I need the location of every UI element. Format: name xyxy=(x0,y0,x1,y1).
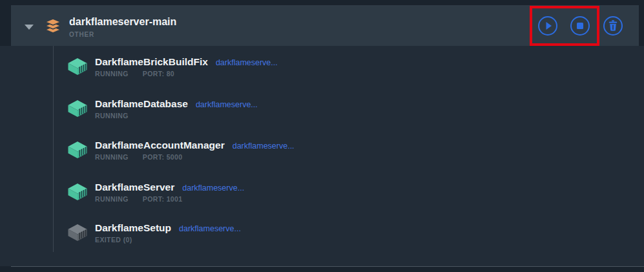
tree-connector-line xyxy=(53,46,54,252)
bottom-divider xyxy=(11,266,644,267)
chevron-down-icon[interactable] xyxy=(25,25,34,30)
container-port: PORT: 5000 xyxy=(143,153,183,161)
container-image-link[interactable]: darkflameserve... xyxy=(196,100,258,109)
container-state: RUNNING xyxy=(95,195,129,203)
container-row[interactable]: DarkflameBrickBuildFix darkflameserve...… xyxy=(67,56,278,78)
container-row[interactable]: DarkflameAccountManager darkflameserve..… xyxy=(67,139,295,161)
container-image-link[interactable]: darkflameserve... xyxy=(216,58,278,67)
container-info: DarkflameServer darkflameserve... RUNNIN… xyxy=(95,182,244,203)
container-name: DarkflameSetup xyxy=(95,222,171,234)
stack-header: darkflameserver-main OTHER xyxy=(11,5,639,46)
stack-title: darkflameserver-main xyxy=(69,16,176,28)
container-state: RUNNING xyxy=(95,70,129,78)
container-name: DarkflameBrickBuildFix xyxy=(95,56,208,68)
container-image-link[interactable]: darkflameserve... xyxy=(182,183,244,193)
container-list-panel: DarkflameBrickBuildFix darkflameserve...… xyxy=(0,46,644,266)
container-info: DarkflameBrickBuildFix darkflameserve...… xyxy=(95,56,278,78)
container-port: PORT: 1001 xyxy=(143,195,183,203)
stop-button[interactable] xyxy=(570,16,590,36)
container-info: DarkflameDatabase darkflameserve... RUNN… xyxy=(95,98,258,120)
container-state: RUNNING xyxy=(95,153,129,161)
container-port: PORT: 80 xyxy=(143,70,174,78)
container-name: DarkflameAccountManager xyxy=(95,140,225,151)
container-row[interactable]: DarkflameServer darkflameserve... RUNNIN… xyxy=(67,181,244,203)
start-button[interactable] xyxy=(538,16,557,36)
stack-title-block: darkflameserver-main OTHER xyxy=(69,16,176,39)
container-icon xyxy=(67,99,88,118)
stack-subtitle: OTHER xyxy=(69,31,176,39)
container-state: EXITED (0) xyxy=(95,236,132,244)
container-image-link[interactable]: darkflameserve... xyxy=(233,141,295,151)
container-name: DarkflameDatabase xyxy=(95,98,188,110)
stop-icon xyxy=(572,17,588,34)
play-icon xyxy=(539,17,556,34)
container-icon xyxy=(67,141,88,159)
container-info: DarkflameAccountManager darkflameserve..… xyxy=(95,140,295,161)
container-name: DarkflameServer xyxy=(95,182,174,193)
container-row[interactable]: DarkflameDatabase darkflameserve... RUNN… xyxy=(67,98,258,120)
delete-button[interactable] xyxy=(603,16,623,36)
container-icon xyxy=(67,58,88,76)
container-icon-exited xyxy=(67,224,88,242)
container-image-link[interactable]: darkflameserve... xyxy=(179,224,241,233)
container-row[interactable]: DarkflameSetup darkflameserve... EXITED … xyxy=(67,222,241,244)
container-state: RUNNING xyxy=(95,112,129,120)
stack-icon xyxy=(45,17,61,34)
trash-icon xyxy=(605,17,621,34)
container-info: DarkflameSetup darkflameserve... EXITED … xyxy=(95,222,241,244)
container-icon xyxy=(67,183,88,201)
